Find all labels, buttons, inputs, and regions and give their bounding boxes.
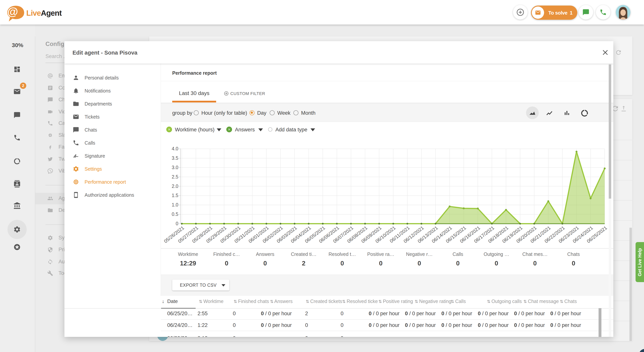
svg-text:3.0: 3.0 (172, 165, 178, 170)
svg-text:4.0: 4.0 (172, 146, 178, 151)
svg-text:0.5: 0.5 (172, 211, 178, 217)
svg-text:@: @ (7, 5, 18, 18)
svg-text:2.5: 2.5 (172, 174, 178, 179)
svg-text:1.5: 1.5 (172, 193, 178, 198)
svg-text:2.0: 2.0 (172, 183, 178, 189)
svg-text:3.5: 3.5 (172, 155, 178, 161)
svg-text:0: 0 (176, 221, 178, 226)
svg-text:1.0: 1.0 (172, 202, 178, 207)
